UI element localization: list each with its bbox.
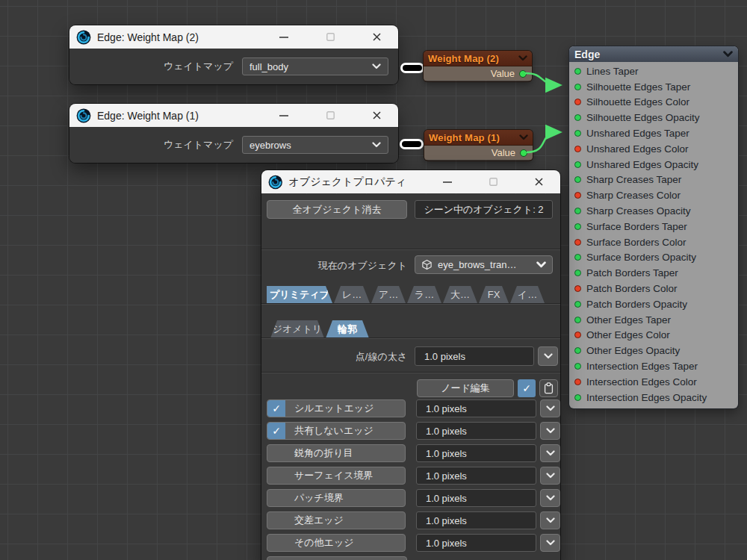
checked-checkbox-icon[interactable]: ✓ xyxy=(267,423,285,439)
edge-width-value[interactable]: 1.0 pixels xyxy=(416,489,536,507)
edge-port-item[interactable]: Unshared Edges Opacity xyxy=(569,157,738,172)
subtab-geometry[interactable]: ジオメトリ xyxy=(270,320,324,338)
edge-type-toggle-button[interactable]: その他エッジ xyxy=(267,534,406,552)
edge-port-item[interactable]: Silhouette Edges Color xyxy=(569,95,738,111)
edge-port-item[interactable]: Unshared Edges Taper xyxy=(569,125,738,141)
minimize-icon[interactable] xyxy=(436,173,458,191)
chevron-down-icon[interactable] xyxy=(519,134,528,140)
maximize-icon[interactable] xyxy=(319,28,341,46)
edge-port-item[interactable]: Other Edges Opacity xyxy=(569,343,738,358)
edge-type-toggle-button[interactable]: パッチ境界 xyxy=(267,489,406,507)
edge-port-item[interactable]: Sharp Creases Taper xyxy=(569,172,738,188)
clear-all-objects-button[interactable]: 全オブジェクト消去 xyxy=(267,200,407,219)
tab-item-1[interactable]: レ… xyxy=(334,286,370,303)
edge-width-dropdown-button[interactable] xyxy=(540,422,560,440)
window-titlebar[interactable]: Edge: Weight Map (1) xyxy=(69,104,398,127)
chevron-down-icon[interactable] xyxy=(723,51,733,57)
minimize-icon[interactable] xyxy=(273,28,295,46)
edge-port-item[interactable]: Lines Taper xyxy=(569,63,738,79)
edge-port-item[interactable]: Patch Borders Opacity xyxy=(569,296,738,312)
node-graph-canvas[interactable]: Edge: Weight Map (2) ウェイトマップ full_body E… xyxy=(0,0,747,560)
edge-width-value[interactable]: 1.0 pixels xyxy=(416,399,536,417)
dialog-titlebar[interactable]: オブジェクトプロパティ xyxy=(261,170,560,193)
close-icon[interactable] xyxy=(528,173,550,191)
edge-port-item[interactable]: Intersection Edges Taper xyxy=(569,358,738,374)
edge-setting-row: 交差エッジ1.0 pixels xyxy=(261,511,560,529)
edge-port-item[interactable]: Other Edges Taper xyxy=(569,312,738,328)
edge-width-value[interactable]: 1.0 pixels xyxy=(416,444,536,462)
connection-stub[interactable] xyxy=(400,139,424,149)
edge-type-toggle-button[interactable]: サーフェイス境界 xyxy=(267,467,406,485)
edge-port-item[interactable]: Surface Borders Taper xyxy=(569,219,738,234)
chevron-down-icon xyxy=(372,142,381,148)
close-icon[interactable] xyxy=(365,107,388,125)
checked-checkbox-icon[interactable]: ✓ xyxy=(267,400,285,417)
node-edit-button[interactable]: ノード編集 xyxy=(417,379,514,397)
edge-port-item[interactable]: Surface Borders Opacity xyxy=(569,250,738,266)
edge-width-dropdown-button[interactable] xyxy=(540,534,560,552)
edge-width-dropdown-button[interactable] xyxy=(540,511,560,529)
node-weight-map-1[interactable]: Weight Map (1) Value xyxy=(424,130,533,161)
weight-map-select[interactable]: eyebrows xyxy=(242,136,388,154)
value-port-label: Value xyxy=(491,68,515,79)
edge-port-item[interactable]: Sharp Creases Color xyxy=(569,187,738,203)
line-width-dropdown-button[interactable] xyxy=(538,346,558,366)
edge-port-item[interactable]: Silhouette Edges Opacity xyxy=(569,110,738,125)
window-titlebar[interactable]: Edge: Weight Map (2) xyxy=(69,25,398,49)
edge-port-item[interactable]: Patch Borders Taper xyxy=(569,265,738,281)
tab-item-3[interactable]: ラ… xyxy=(407,286,441,303)
edge-width-value[interactable]: 1.0 pixels xyxy=(416,467,536,485)
maximize-icon[interactable] xyxy=(482,173,503,191)
edge-width-value[interactable]: 1.0 pixels xyxy=(416,422,536,440)
edge-port-item[interactable]: Unshared Edges Color xyxy=(569,141,738,157)
edge-type-toggle-button[interactable]: 交差エッジ xyxy=(267,511,406,529)
edge-width-dropdown-button[interactable] xyxy=(540,444,560,462)
line-width-value[interactable]: 1.0 pixels xyxy=(415,346,534,366)
edge-width-dropdown-button[interactable] xyxy=(540,467,560,485)
edge-port-item[interactable]: Surface Borders Color xyxy=(569,234,738,250)
node-weight-map-2[interactable]: Weight Map (2) Value xyxy=(424,51,532,81)
weight-map-select[interactable]: full_body xyxy=(242,57,388,75)
unchecked-checkbox[interactable] xyxy=(267,445,285,461)
output-port-icon[interactable] xyxy=(520,149,527,157)
edge-port-item[interactable]: Silhouette Edges Taper xyxy=(569,79,738,95)
output-port-icon[interactable] xyxy=(519,70,527,78)
tab-item-2[interactable]: ア… xyxy=(371,286,406,303)
node-edit-checkbox[interactable]: ✓ xyxy=(518,379,536,397)
node-header[interactable]: Weight Map (1) xyxy=(424,130,533,146)
clipboard-button[interactable] xyxy=(539,379,558,397)
connection-stub[interactable] xyxy=(400,63,424,73)
edge-type-toggle-button[interactable]: 鋭角の折り目 xyxy=(267,444,406,462)
minimize-icon[interactable] xyxy=(273,107,295,125)
chevron-down-icon[interactable] xyxy=(518,55,527,61)
tab-item-6[interactable]: イ… xyxy=(510,286,545,303)
edge-type-toggle-button[interactable]: ✓共有しないエッジ xyxy=(267,422,406,440)
unchecked-checkbox[interactable] xyxy=(267,490,285,506)
close-icon[interactable] xyxy=(365,28,388,46)
edge-type-toggle-button[interactable]: 陰影付サーフェイス xyxy=(267,556,407,560)
tab-item-5[interactable]: FX xyxy=(479,286,509,303)
unchecked-checkbox[interactable] xyxy=(267,512,285,529)
edge-panel-header[interactable]: Edge xyxy=(569,46,738,62)
edge-width-dropdown-button[interactable] xyxy=(540,399,560,417)
edge-setting-row: サーフェイス境界1.0 pixels xyxy=(261,467,560,485)
edge-port-item[interactable]: Intersection Edges Color xyxy=(569,374,738,390)
edge-port-item[interactable]: Patch Borders Color xyxy=(569,281,738,296)
edge-port-item[interactable]: Intersection Edges Opacity xyxy=(569,390,738,405)
edge-port-item[interactable]: Sharp Creases Opacity xyxy=(569,203,738,219)
tab-item-4[interactable]: 大… xyxy=(443,286,477,303)
unchecked-checkbox[interactable] xyxy=(267,557,285,560)
maximize-icon[interactable] xyxy=(319,107,341,125)
edge-port-item[interactable]: Other Edges Color xyxy=(569,328,738,343)
edge-width-value[interactable]: 1.0 pixels xyxy=(416,511,536,529)
tab-primitive[interactable]: プリミティブ xyxy=(267,286,332,303)
unchecked-checkbox[interactable] xyxy=(267,535,285,551)
edge-type-toggle-button[interactable]: ✓シルエットエッジ xyxy=(267,399,406,417)
unchecked-checkbox[interactable] xyxy=(267,467,285,484)
current-object-select[interactable]: eye_brows_tran… xyxy=(415,255,553,274)
subtab-outline[interactable]: 輪郭 xyxy=(326,320,369,338)
edge-width-dropdown-button[interactable] xyxy=(540,489,560,507)
edge-width-value[interactable]: 1.0 pixels xyxy=(416,534,536,552)
node-header[interactable]: Weight Map (2) xyxy=(424,51,532,66)
edge-port-label: Patch Borders Color xyxy=(586,283,678,294)
